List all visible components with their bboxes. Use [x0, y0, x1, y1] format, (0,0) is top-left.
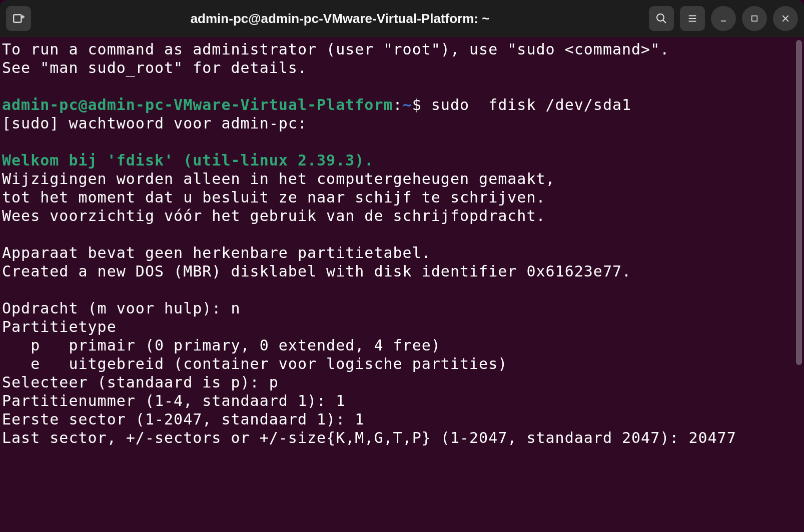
svg-rect-0 [14, 14, 21, 22]
mem-line-1: Wijzigingen worden alleen in het compute… [2, 170, 555, 188]
intro-line-1: To run a command as administrator (user … [2, 40, 669, 58]
prompt-user: admin-pc@admin-pc-VMware-Virtual-Platfor… [2, 96, 393, 114]
partition-type-header: Partitietype [2, 318, 117, 336]
hamburger-menu-button[interactable] [680, 6, 705, 31]
svg-rect-9 [752, 16, 757, 22]
maximize-button[interactable] [742, 6, 767, 31]
no-partition: Apparaat bevat geen herkenbare partitiet… [2, 244, 431, 262]
partition-type-extended: e uitgebreid (container voor logische pa… [2, 355, 507, 372]
mem-line-2: tot het moment dat u besluit ze naar sch… [2, 188, 546, 206]
mem-line-3: Wees voorzichtig vóór het gebruik van de… [2, 207, 546, 224]
window-title: admin-pc@admin-pc-VMware-Virtual-Platfor… [191, 11, 490, 26]
select-prompt-input: p [269, 374, 279, 391]
new-tab-button[interactable] [6, 6, 31, 31]
intro-line-2: See "man sudo_root" for details. [2, 59, 307, 76]
search-button[interactable] [649, 6, 674, 31]
command-prompt-input: n [231, 300, 240, 317]
new-disklabel: Created a new DOS (MBR) disklabel with d… [2, 262, 631, 280]
svg-point-3 [657, 14, 664, 21]
titlebar: admin-pc@admin-pc-VMware-Virtual-Platfor… [0, 0, 804, 37]
fdisk-welcome: Welkom bij 'fdisk' (util-linux 2.39.3). [2, 152, 374, 169]
close-button[interactable] [773, 6, 798, 31]
scrollbar[interactable] [796, 40, 802, 365]
prompt-sep: : [393, 96, 403, 114]
prompt-path: ~ [403, 96, 412, 114]
command-input: sudo fdisk /dev/sda1 [431, 96, 631, 114]
svg-line-4 [663, 20, 666, 23]
partition-type-primary: p primair (0 primary, 0 extended, 4 free… [2, 336, 441, 354]
sudo-prompt: [sudo] wachtwoord voor admin-pc: [2, 114, 317, 132]
terminal-area[interactable]: To run a command as administrator (user … [0, 37, 804, 532]
minimize-button[interactable] [711, 6, 736, 31]
terminal-output: To run a command as administrator (user … [0, 37, 804, 449]
partition-number-label: Partitienummer (1-4, standaard 1): [2, 392, 336, 410]
last-sector-input: 20477 [688, 429, 736, 446]
last-sector-label: Last sector, +/-sectors or +/-size{K,M,G… [2, 429, 688, 446]
partition-number-input: 1 [336, 392, 345, 410]
prompt-dollar: $ [412, 96, 431, 114]
first-sector-label: Eerste sector (1-2047, standaard 1): [2, 410, 355, 428]
select-prompt-label: Selecteer (standaard is p): [2, 374, 269, 391]
command-prompt-label: Opdracht (m voor hulp): [2, 300, 231, 317]
first-sector-input: 1 [355, 410, 364, 428]
